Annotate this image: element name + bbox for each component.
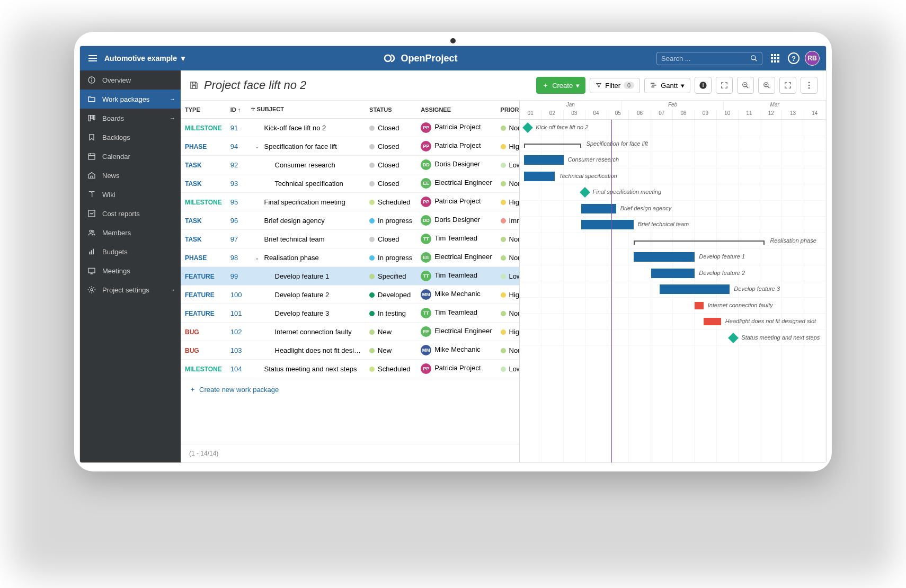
table-row[interactable]: FEATURE101Develop feature 3In testingTTT… [181,304,519,323]
table-row[interactable]: PHASE94⌄Specification for face liftClose… [181,137,519,156]
zoom-in-button[interactable] [758,77,775,94]
details-button[interactable]: i [695,77,712,94]
save-icon[interactable] [189,81,199,90]
autozoom-button[interactable] [779,77,796,94]
project-selector[interactable]: Automotive example ▾ [104,54,185,63]
id-link[interactable]: 93 [230,180,238,188]
search-box[interactable] [656,52,762,65]
status-dot [369,144,375,149]
create-work-package-link[interactable]: ＋ Create new work package [181,378,519,400]
table-row[interactable]: BUG103Headlight does not fit desi…NewMMM… [181,341,519,360]
sidebar-item-boards[interactable]: Boards→ [80,109,181,128]
search-input[interactable] [661,55,750,63]
table-row[interactable]: MILESTONE104Status meeting and next step… [181,360,519,378]
id-link[interactable]: 98 [230,254,238,262]
expand-caret-icon[interactable]: ⌄ [255,144,261,149]
sidebar-item-meetings[interactable]: Meetings [80,261,181,280]
apps-button[interactable] [768,51,783,66]
gantt-milestone[interactable] [522,122,533,133]
sidebar-item-overview[interactable]: Overview [80,70,181,90]
zoom-in-icon [763,82,770,89]
id-link[interactable]: 103 [230,346,242,354]
sidebar-item-cost-reports[interactable]: Cost reports [80,204,181,223]
gantt-bar[interactable] [634,252,695,262]
user-avatar[interactable]: RB [805,51,820,66]
priority-cell: Low [509,365,519,373]
id-link[interactable]: 102 [230,328,242,336]
type-cell: BUG [185,328,199,336]
sidebar-item-news[interactable]: News [80,166,181,185]
sidebar-item-backlogs[interactable]: Backlogs [80,128,181,147]
id-link[interactable]: 101 [230,309,242,317]
col-status[interactable]: STATUS [365,101,416,119]
id-link[interactable]: 99 [230,272,238,280]
subject-cell: Specification for face lift [264,142,337,150]
id-link[interactable]: 95 [230,198,238,206]
id-link[interactable]: 100 [230,291,242,299]
table-row[interactable]: FEATURE100Develop feature 2DevelopedMMMi… [181,286,519,304]
gantt-bar[interactable] [581,204,616,213]
id-link[interactable]: 94 [230,142,238,150]
gantt-label: Kick-off face lift no 2 [536,124,588,130]
filter-icon [596,82,602,88]
svg-rect-6 [88,115,90,121]
fullscreen-button[interactable] [716,77,733,94]
id-link[interactable]: 104 [230,365,242,373]
table-row[interactable]: MILESTONE91Kick-off face lift no 2Closed… [181,119,519,137]
gantt-button[interactable]: Gantt ▾ [644,78,690,93]
sidebar-item-project-settings[interactable]: Project settings→ [80,280,181,299]
sidebar-item-budgets[interactable]: Budgets [80,242,181,261]
gantt-milestone[interactable] [580,187,590,198]
gantt-body[interactable]: Kick-off face lift no 2Specification for… [520,120,826,462]
table-row[interactable]: MILESTONE95Final specification meetingSc… [181,193,519,211]
id-link[interactable]: 96 [230,217,238,225]
table-row[interactable]: FEATURE99Develop feature 1SpecifiedTTTim… [181,267,519,286]
assignee-cell: Electrical Engineer [434,327,492,335]
gantt-phase[interactable] [524,144,581,148]
table-row[interactable]: TASK96Brief design agencyIn progressDDDo… [181,211,519,230]
table-row[interactable]: TASK92Consumer researchClosedDDDoris Des… [181,156,519,174]
main-content: Project face lift no 2 ＋ Create ▾ Filter… [181,70,826,462]
table-row[interactable]: BUG102Internet connection faultyNewEEEle… [181,323,519,341]
gantt-bar[interactable] [524,172,555,181]
id-link[interactable]: 91 [230,124,238,132]
col-priority[interactable]: PRIORITY [496,101,519,119]
svg-point-35 [809,82,810,83]
gantt-bar[interactable] [651,269,695,278]
table-row[interactable]: PHASE98⌄Realisation phaseIn progressEEEl… [181,248,519,267]
gantt-row: Develop feature 3 [520,281,826,298]
col-assignee[interactable]: ASSIGNEE [416,101,496,119]
help-button[interactable]: ? [788,52,800,64]
expand-caret-icon[interactable]: ⌄ [255,255,261,261]
col-id[interactable]: ID ↑ [226,101,246,119]
col-subject[interactable]: ⥾ SUBJECT [246,101,366,119]
gantt-bar[interactable] [704,318,721,325]
id-link[interactable]: 92 [230,161,238,169]
gantt-bar[interactable] [581,220,634,229]
filter-button[interactable]: Filter 0 [590,78,640,93]
col-type[interactable]: TYPE [181,101,226,119]
create-button[interactable]: ＋ Create ▾ [536,77,585,94]
gantt-bar[interactable] [660,284,730,294]
sidebar-item-work-packages[interactable]: Work packages→ [80,90,181,109]
table-row[interactable]: TASK93Technical specificationClosedEEEle… [181,174,519,193]
gantt-milestone[interactable] [728,333,739,343]
gantt-bar[interactable] [524,155,563,165]
gantt-bar[interactable] [695,302,704,309]
type-cell: MILESTONE [185,366,222,373]
sidebar-item-calendar[interactable]: Calendar [80,147,181,166]
gantt-phase[interactable] [634,240,765,245]
id-link[interactable]: 97 [230,235,238,243]
assignee-badge: PP [421,197,431,207]
table-row[interactable]: TASK97Brief technical teamClosedTTTim Te… [181,230,519,248]
zoom-out-button[interactable] [737,77,754,94]
menu-icon[interactable] [86,53,99,64]
status-dot [369,126,375,131]
sidebar-item-wiki[interactable]: Wiki [80,185,181,204]
app-logo[interactable]: OpenProject [190,52,651,65]
assignee-cell: Electrical Engineer [434,253,492,261]
more-button[interactable] [801,77,818,94]
cost-icon [87,209,96,218]
subject-cell: Brief design agency [264,217,325,225]
sidebar-item-members[interactable]: Members [80,223,181,242]
